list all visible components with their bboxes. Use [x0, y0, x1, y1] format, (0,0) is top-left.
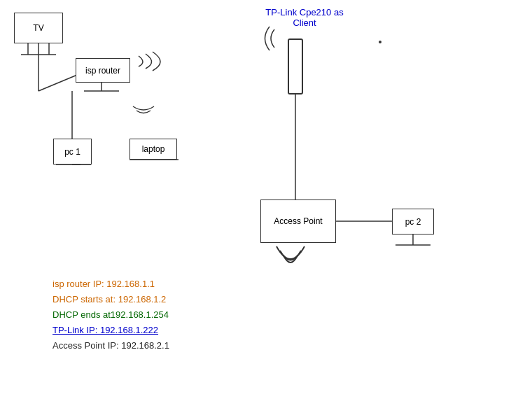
isp-router-label: isp router: [85, 66, 120, 76]
svg-point-16: [379, 41, 382, 43]
pc2-box: pc 2: [392, 209, 434, 234]
tv-label: TV: [33, 23, 43, 33]
network-diagram: TV isp router pc 1 laptop TP-Link Cpe210…: [0, 0, 525, 420]
info-dhcp-start: DHCP starts at: 192.168.1.2: [52, 292, 169, 307]
isp-router-box: isp router: [76, 58, 130, 83]
tv-box: TV: [14, 13, 63, 43]
svg-line-4: [38, 74, 80, 91]
pc2-label: pc 2: [405, 217, 421, 227]
laptop-box: laptop: [130, 139, 177, 160]
info-isp-router-ip: isp router IP: 192.168.1.1: [52, 276, 169, 292]
access-point-label: Access Point: [274, 216, 322, 226]
tp-link-label: TP-Link Cpe210 as Client: [262, 7, 346, 28]
info-access-point-ip: Access Point IP: 192.168.2.1: [52, 338, 169, 354]
tp-link-antenna: [288, 38, 303, 94]
pc1-box: pc 1: [53, 139, 92, 164]
pc1-label: pc 1: [64, 147, 80, 157]
laptop-label: laptop: [142, 144, 165, 154]
access-point-box: Access Point: [260, 200, 336, 243]
info-tp-link-ip: TP-Link IP: 192.168.1.222: [52, 323, 169, 338]
info-dhcp-end: DHCP ends at192.168.1.254: [52, 307, 169, 323]
info-block: isp router IP: 192.168.1.1 DHCP starts a…: [52, 276, 169, 354]
